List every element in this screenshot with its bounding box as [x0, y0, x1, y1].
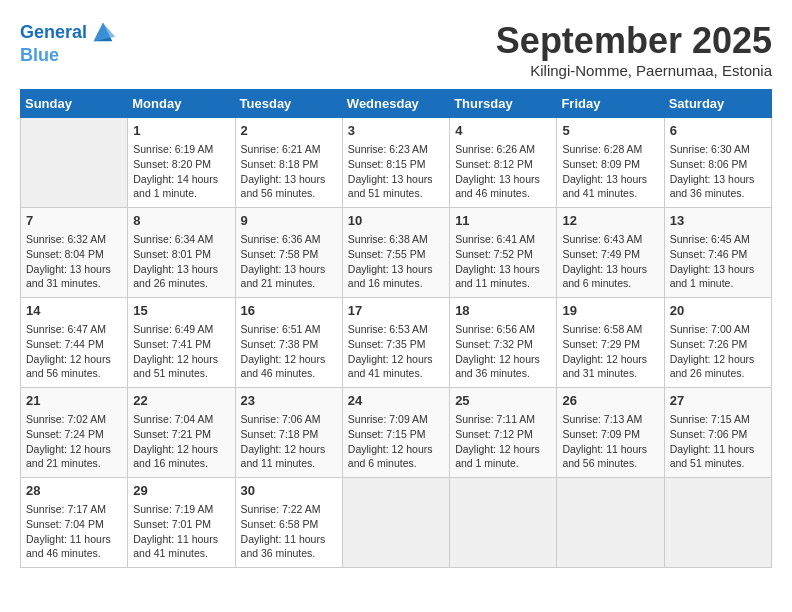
day-info: Sunrise: 6:28 AM Sunset: 8:09 PM Dayligh… [562, 142, 658, 201]
calendar-cell: 6Sunrise: 6:30 AM Sunset: 8:06 PM Daylig… [664, 118, 771, 208]
calendar-cell: 28Sunrise: 7:17 AM Sunset: 7:04 PM Dayli… [21, 478, 128, 568]
calendar-cell: 29Sunrise: 7:19 AM Sunset: 7:01 PM Dayli… [128, 478, 235, 568]
day-number: 8 [133, 212, 229, 230]
day-info: Sunrise: 7:00 AM Sunset: 7:26 PM Dayligh… [670, 322, 766, 381]
day-number: 3 [348, 122, 444, 140]
day-info: Sunrise: 7:17 AM Sunset: 7:04 PM Dayligh… [26, 502, 122, 561]
calendar-cell: 20Sunrise: 7:00 AM Sunset: 7:26 PM Dayli… [664, 298, 771, 388]
header-day-wednesday: Wednesday [342, 90, 449, 118]
calendar-cell: 19Sunrise: 6:58 AM Sunset: 7:29 PM Dayli… [557, 298, 664, 388]
day-number: 30 [241, 482, 337, 500]
day-info: Sunrise: 7:09 AM Sunset: 7:15 PM Dayligh… [348, 412, 444, 471]
day-number: 27 [670, 392, 766, 410]
day-number: 14 [26, 302, 122, 320]
day-number: 17 [348, 302, 444, 320]
day-info: Sunrise: 6:51 AM Sunset: 7:38 PM Dayligh… [241, 322, 337, 381]
calendar-cell: 1Sunrise: 6:19 AM Sunset: 8:20 PM Daylig… [128, 118, 235, 208]
calendar-cell [21, 118, 128, 208]
day-info: Sunrise: 7:11 AM Sunset: 7:12 PM Dayligh… [455, 412, 551, 471]
header-day-thursday: Thursday [450, 90, 557, 118]
day-info: Sunrise: 7:04 AM Sunset: 7:21 PM Dayligh… [133, 412, 229, 471]
day-number: 20 [670, 302, 766, 320]
day-info: Sunrise: 6:26 AM Sunset: 8:12 PM Dayligh… [455, 142, 551, 201]
day-number: 10 [348, 212, 444, 230]
day-number: 7 [26, 212, 122, 230]
day-number: 15 [133, 302, 229, 320]
calendar-cell [450, 478, 557, 568]
calendar-cell: 3Sunrise: 6:23 AM Sunset: 8:15 PM Daylig… [342, 118, 449, 208]
day-info: Sunrise: 6:49 AM Sunset: 7:41 PM Dayligh… [133, 322, 229, 381]
day-number: 2 [241, 122, 337, 140]
day-number: 19 [562, 302, 658, 320]
header-row: SundayMondayTuesdayWednesdayThursdayFrid… [21, 90, 772, 118]
day-info: Sunrise: 6:45 AM Sunset: 7:46 PM Dayligh… [670, 232, 766, 291]
month-title: September 2025 [496, 20, 772, 62]
page-header: General Blue September 2025 Kilingi-Nomm… [20, 20, 772, 79]
calendar-cell: 13Sunrise: 6:45 AM Sunset: 7:46 PM Dayli… [664, 208, 771, 298]
calendar-cell: 14Sunrise: 6:47 AM Sunset: 7:44 PM Dayli… [21, 298, 128, 388]
calendar-cell: 9Sunrise: 6:36 AM Sunset: 7:58 PM Daylig… [235, 208, 342, 298]
day-info: Sunrise: 6:43 AM Sunset: 7:49 PM Dayligh… [562, 232, 658, 291]
calendar-cell: 2Sunrise: 6:21 AM Sunset: 8:18 PM Daylig… [235, 118, 342, 208]
day-number: 16 [241, 302, 337, 320]
day-info: Sunrise: 6:38 AM Sunset: 7:55 PM Dayligh… [348, 232, 444, 291]
day-info: Sunrise: 6:32 AM Sunset: 8:04 PM Dayligh… [26, 232, 122, 291]
day-number: 18 [455, 302, 551, 320]
calendar-cell: 11Sunrise: 6:41 AM Sunset: 7:52 PM Dayli… [450, 208, 557, 298]
day-number: 21 [26, 392, 122, 410]
header-day-sunday: Sunday [21, 90, 128, 118]
calendar-cell: 18Sunrise: 6:56 AM Sunset: 7:32 PM Dayli… [450, 298, 557, 388]
week-row-1: 1Sunrise: 6:19 AM Sunset: 8:20 PM Daylig… [21, 118, 772, 208]
calendar-cell: 10Sunrise: 6:38 AM Sunset: 7:55 PM Dayli… [342, 208, 449, 298]
logo-text: General Blue [20, 20, 117, 66]
day-number: 9 [241, 212, 337, 230]
location: Kilingi-Nomme, Paernumaa, Estonia [496, 62, 772, 79]
day-info: Sunrise: 6:47 AM Sunset: 7:44 PM Dayligh… [26, 322, 122, 381]
day-info: Sunrise: 6:41 AM Sunset: 7:52 PM Dayligh… [455, 232, 551, 291]
calendar-cell [557, 478, 664, 568]
calendar-cell: 8Sunrise: 6:34 AM Sunset: 8:01 PM Daylig… [128, 208, 235, 298]
day-info: Sunrise: 6:30 AM Sunset: 8:06 PM Dayligh… [670, 142, 766, 201]
week-row-2: 7Sunrise: 6:32 AM Sunset: 8:04 PM Daylig… [21, 208, 772, 298]
header-day-saturday: Saturday [664, 90, 771, 118]
title-block: September 2025 Kilingi-Nomme, Paernumaa,… [496, 20, 772, 79]
day-number: 22 [133, 392, 229, 410]
day-number: 5 [562, 122, 658, 140]
day-info: Sunrise: 6:36 AM Sunset: 7:58 PM Dayligh… [241, 232, 337, 291]
day-number: 29 [133, 482, 229, 500]
calendar-cell: 30Sunrise: 7:22 AM Sunset: 6:58 PM Dayli… [235, 478, 342, 568]
calendar-cell: 15Sunrise: 6:49 AM Sunset: 7:41 PM Dayli… [128, 298, 235, 388]
calendar-cell: 27Sunrise: 7:15 AM Sunset: 7:06 PM Dayli… [664, 388, 771, 478]
week-row-4: 21Sunrise: 7:02 AM Sunset: 7:24 PM Dayli… [21, 388, 772, 478]
calendar-cell: 25Sunrise: 7:11 AM Sunset: 7:12 PM Dayli… [450, 388, 557, 478]
day-number: 25 [455, 392, 551, 410]
header-day-tuesday: Tuesday [235, 90, 342, 118]
day-info: Sunrise: 7:02 AM Sunset: 7:24 PM Dayligh… [26, 412, 122, 471]
calendar-cell: 26Sunrise: 7:13 AM Sunset: 7:09 PM Dayli… [557, 388, 664, 478]
day-info: Sunrise: 7:06 AM Sunset: 7:18 PM Dayligh… [241, 412, 337, 471]
day-number: 23 [241, 392, 337, 410]
day-info: Sunrise: 7:22 AM Sunset: 6:58 PM Dayligh… [241, 502, 337, 561]
day-number: 6 [670, 122, 766, 140]
day-number: 28 [26, 482, 122, 500]
calendar-cell [342, 478, 449, 568]
calendar-cell: 17Sunrise: 6:53 AM Sunset: 7:35 PM Dayli… [342, 298, 449, 388]
calendar-cell: 12Sunrise: 6:43 AM Sunset: 7:49 PM Dayli… [557, 208, 664, 298]
calendar-cell: 5Sunrise: 6:28 AM Sunset: 8:09 PM Daylig… [557, 118, 664, 208]
day-number: 1 [133, 122, 229, 140]
day-info: Sunrise: 7:19 AM Sunset: 7:01 PM Dayligh… [133, 502, 229, 561]
calendar-cell: 4Sunrise: 6:26 AM Sunset: 8:12 PM Daylig… [450, 118, 557, 208]
calendar-cell: 16Sunrise: 6:51 AM Sunset: 7:38 PM Dayli… [235, 298, 342, 388]
calendar-cell: 22Sunrise: 7:04 AM Sunset: 7:21 PM Dayli… [128, 388, 235, 478]
day-info: Sunrise: 6:19 AM Sunset: 8:20 PM Dayligh… [133, 142, 229, 201]
day-info: Sunrise: 6:56 AM Sunset: 7:32 PM Dayligh… [455, 322, 551, 381]
week-row-3: 14Sunrise: 6:47 AM Sunset: 7:44 PM Dayli… [21, 298, 772, 388]
header-day-monday: Monday [128, 90, 235, 118]
day-number: 24 [348, 392, 444, 410]
day-info: Sunrise: 6:21 AM Sunset: 8:18 PM Dayligh… [241, 142, 337, 201]
day-info: Sunrise: 6:53 AM Sunset: 7:35 PM Dayligh… [348, 322, 444, 381]
day-number: 13 [670, 212, 766, 230]
day-info: Sunrise: 7:13 AM Sunset: 7:09 PM Dayligh… [562, 412, 658, 471]
calendar-table: SundayMondayTuesdayWednesdayThursdayFrid… [20, 89, 772, 568]
calendar-cell: 7Sunrise: 6:32 AM Sunset: 8:04 PM Daylig… [21, 208, 128, 298]
